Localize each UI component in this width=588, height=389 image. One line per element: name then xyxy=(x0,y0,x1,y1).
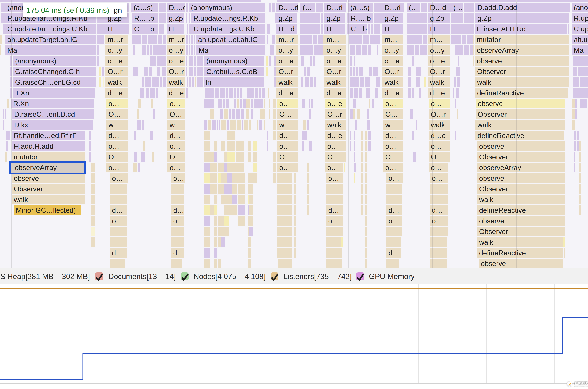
flame-bar[interactable] xyxy=(237,120,241,130)
flame-bar[interactable] xyxy=(229,88,233,98)
flame-bar-w[interactable]: w… xyxy=(383,120,403,130)
flame-bar[interactable] xyxy=(365,141,367,151)
flame-bar[interactable] xyxy=(356,67,358,76)
flame-bar[interactable] xyxy=(91,163,95,172)
flame-bar[interactable] xyxy=(573,67,577,76)
flame-bar-R.updatengs.R.Kb[interactable]: R.update…ngs.R.Kb xyxy=(191,13,264,23)
flame-bar-Observer[interactable]: Observer xyxy=(475,67,569,76)
flame-bar[interactable] xyxy=(263,99,265,108)
flame-bar[interactable] xyxy=(363,35,369,44)
flame-bar[interactable] xyxy=(232,184,237,194)
checkbox-nodes[interactable] xyxy=(181,272,189,280)
flame-bar[interactable] xyxy=(187,35,188,44)
flame-bar[interactable] xyxy=(350,88,353,98)
checkbox-listeners[interactable] xyxy=(271,272,278,280)
flame-bar-oy[interactable]: o…y xyxy=(428,45,450,55)
flame-bar[interactable] xyxy=(451,35,461,44)
checkbox-gpu-memory[interactable] xyxy=(356,272,364,280)
flame-bar[interactable] xyxy=(89,131,91,140)
flame-bar[interactable] xyxy=(273,120,276,130)
flame-bar[interactable] xyxy=(214,205,217,215)
flame-bar[interactable] xyxy=(367,120,370,130)
flame-bar[interactable] xyxy=(186,35,187,44)
flame-bar[interactable] xyxy=(0,35,1,44)
flame-bar-Ma[interactable]: Ma xyxy=(196,45,264,55)
flame-bar-de[interactable]: d…e xyxy=(428,88,450,98)
flame-bar[interactable] xyxy=(258,99,263,108)
flame-bar[interactable] xyxy=(236,141,244,151)
flame-bar[interactable] xyxy=(153,45,159,55)
flame-bar[interactable] xyxy=(273,109,276,119)
flame-bar[interactable] xyxy=(300,35,312,44)
flame-bar[interactable] xyxy=(457,77,460,87)
flame-bar[interactable] xyxy=(578,67,588,76)
flame-bar[interactable] xyxy=(273,173,276,183)
flame-bar[interactable] xyxy=(577,141,579,151)
flame-bar[interactable] xyxy=(10,77,12,87)
flame-bar[interactable] xyxy=(251,109,253,119)
flame-bar[interactable] xyxy=(204,205,210,215)
flame-bar-w[interactable]: w… xyxy=(167,120,185,130)
flame-bar[interactable] xyxy=(429,195,448,204)
flame-bar[interactable] xyxy=(204,120,207,130)
flame-bar[interactable] xyxy=(462,35,466,44)
flame-bar[interactable] xyxy=(150,45,152,55)
flame-bar[interactable] xyxy=(579,184,581,194)
flame-bar[interactable] xyxy=(253,163,257,172)
flame-bar[interactable] xyxy=(374,24,380,34)
flame-bar[interactable] xyxy=(302,141,304,151)
flame-bar-oe[interactable]: o…e xyxy=(382,56,403,66)
flame-bar[interactable] xyxy=(350,131,351,140)
flame-bar[interactable] xyxy=(307,163,309,172)
flame-bar[interactable] xyxy=(152,152,154,162)
flame-bar[interactable] xyxy=(162,24,164,34)
flame-bar-d[interactable]: d… xyxy=(277,131,298,140)
flame-bar[interactable] xyxy=(568,35,569,44)
flame-bar-anonymous[interactable]: (anonymous) xyxy=(189,3,265,12)
flame-bar[interactable] xyxy=(214,152,217,162)
flame-bar[interactable] xyxy=(579,152,581,162)
flame-bar[interactable] xyxy=(251,99,253,108)
memory-graph[interactable]: 创新互联 WWW.CDCXHL.COM xyxy=(0,284,588,389)
flame-bar[interactable] xyxy=(413,152,416,162)
flame-bar[interactable] xyxy=(353,109,355,119)
flame-bar-R..b[interactable]: R.….b xyxy=(132,13,154,23)
flame-bar[interactable] xyxy=(473,3,474,12)
flame-bar[interactable] xyxy=(580,77,588,87)
flame-bar[interactable] xyxy=(97,56,98,66)
flame-bar[interactable] xyxy=(314,45,319,55)
flame-bar[interactable] xyxy=(371,99,374,108)
flame-bar[interactable] xyxy=(361,184,362,194)
flame-bar-o[interactable]: o… xyxy=(429,141,450,151)
flame-bar[interactable] xyxy=(194,45,196,55)
flame-bar[interactable] xyxy=(307,195,309,204)
flame-bar[interactable] xyxy=(576,88,581,98)
flame-bar[interactable] xyxy=(231,109,235,119)
flame-bar[interactable] xyxy=(132,35,141,44)
flame-bar-Observer[interactable]: Observer xyxy=(476,109,565,119)
flame-bar[interactable] xyxy=(214,141,217,151)
flame-bar-O[interactable]: O… xyxy=(106,152,128,162)
flame-bar[interactable] xyxy=(91,205,95,215)
flame-bar[interactable] xyxy=(3,13,4,23)
flame-bar[interactable] xyxy=(278,259,292,268)
flame-bar[interactable] xyxy=(97,24,98,34)
flame-bar[interactable] xyxy=(247,88,252,98)
flame-bar[interactable] xyxy=(473,56,474,66)
flame-bar[interactable] xyxy=(248,152,251,162)
flame-bar[interactable] xyxy=(277,195,292,204)
flame-bar[interactable] xyxy=(197,56,203,66)
flame-bar[interactable] xyxy=(354,56,355,66)
flame-bar-Or[interactable]: O…r xyxy=(325,109,346,119)
flame-bar[interactable] xyxy=(186,13,187,23)
flame-bar[interactable] xyxy=(237,99,239,108)
flame-bar[interactable] xyxy=(362,45,367,55)
flame-bar-o[interactable]: o… xyxy=(326,173,343,183)
flame-bar-D.d[interactable]: D.…d xyxy=(167,3,185,12)
flame-bar-H[interactable]: H… xyxy=(382,24,403,34)
flame-bar-oy[interactable]: o…y xyxy=(105,45,128,55)
flame-bar-d[interactable]: d… xyxy=(383,131,403,140)
flame-bar-T.Xn[interactable]: T.Xn xyxy=(13,88,95,98)
flame-bar[interactable] xyxy=(455,99,456,108)
flame-bar[interactable] xyxy=(229,109,231,119)
